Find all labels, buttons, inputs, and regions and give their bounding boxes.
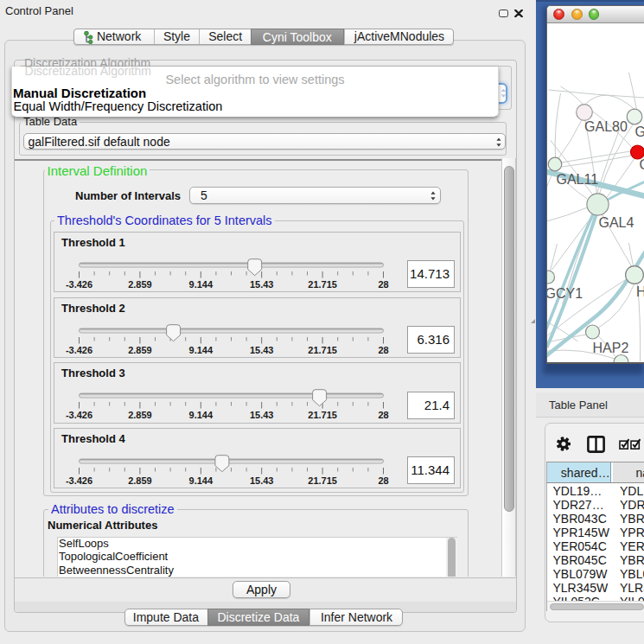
svg-text:G: G <box>639 157 644 172</box>
svg-text:21.715: 21.715 <box>308 410 337 420</box>
svg-text:9.144: 9.144 <box>189 278 214 289</box>
svg-text:15.43: 15.43 <box>250 410 274 420</box>
svg-text:2.859: 2.859 <box>128 278 152 289</box>
svg-text:HAP2: HAP2 <box>592 341 628 355</box>
svg-text:GAL80: GAL80 <box>584 119 628 134</box>
svg-text:-3.426: -3.426 <box>66 344 92 354</box>
svg-text:28: 28 <box>378 344 388 354</box>
svg-text:GCY1: GCY1 <box>547 286 583 301</box>
svg-text:28: 28 <box>378 278 388 289</box>
svg-text:21.715: 21.715 <box>308 475 337 485</box>
svg-text:21.715: 21.715 <box>308 344 337 354</box>
svg-text:2.859: 2.859 <box>128 410 152 420</box>
svg-text:-3.426: -3.426 <box>66 410 92 420</box>
svg-text:15.43: 15.43 <box>250 344 274 354</box>
svg-text:28: 28 <box>378 475 388 485</box>
svg-text:9.144: 9.144 <box>189 344 214 354</box>
svg-text:28: 28 <box>378 410 388 420</box>
svg-text:GAL4: GAL4 <box>598 215 634 230</box>
svg-text:H: H <box>636 284 644 299</box>
svg-text:GA: GA <box>634 124 644 139</box>
svg-text:-3.426: -3.426 <box>66 278 92 289</box>
svg-text:9.144: 9.144 <box>189 475 214 485</box>
svg-text:-3.426: -3.426 <box>66 475 92 485</box>
svg-text:9.144: 9.144 <box>189 410 214 420</box>
svg-text:21.715: 21.715 <box>308 278 337 289</box>
svg-text:15.43: 15.43 <box>250 475 274 485</box>
svg-text:2.859: 2.859 <box>128 475 152 485</box>
svg-text:2.859: 2.859 <box>128 344 152 354</box>
svg-text:15.43: 15.43 <box>250 278 274 289</box>
svg-text:GAL11: GAL11 <box>556 172 598 187</box>
